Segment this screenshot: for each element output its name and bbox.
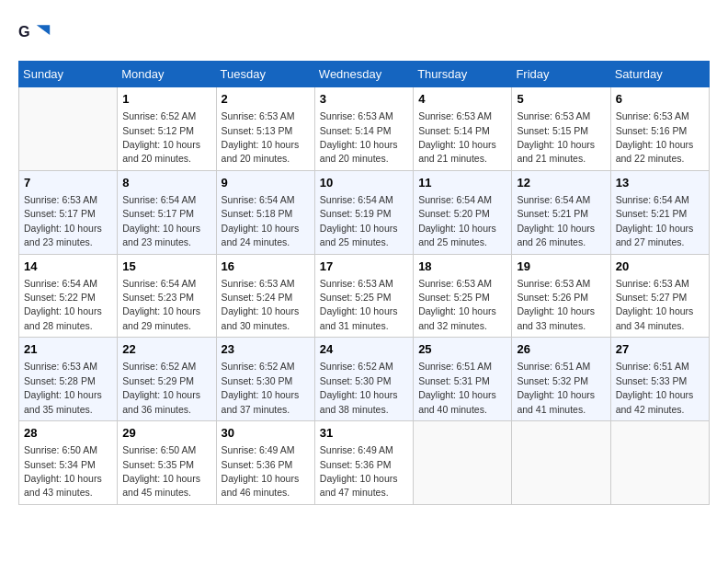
calendar-table: SundayMondayTuesdayWednesdayThursdayFrid… <box>18 61 710 505</box>
calendar-cell: 17 Sunrise: 6:53 AMSunset: 5:25 PMDaylig… <box>314 254 413 338</box>
sunrise-info: Sunrise: 6:52 AMSunset: 5:12 PMDaylight:… <box>122 110 200 164</box>
weekday-header-monday: Monday <box>118 62 216 87</box>
day-number: 2 <box>222 91 310 108</box>
day-number: 9 <box>222 175 310 191</box>
calendar-cell: 8 Sunrise: 6:54 AMSunset: 5:17 PMDayligh… <box>118 170 216 254</box>
sunrise-info: Sunrise: 6:53 AMSunset: 5:16 PMDaylight:… <box>616 110 694 164</box>
calendar-cell: 11 Sunrise: 6:54 AMSunset: 5:20 PMDaylig… <box>414 170 512 254</box>
weekday-header-row: SundayMondayTuesdayWednesdayThursdayFrid… <box>19 62 710 87</box>
calendar-cell: 9 Sunrise: 6:54 AMSunset: 5:18 PMDayligh… <box>216 170 314 254</box>
calendar-cell: 22 Sunrise: 6:52 AMSunset: 5:29 PMDaylig… <box>118 338 216 421</box>
calendar-cell: 1 Sunrise: 6:52 AMSunset: 5:12 PMDayligh… <box>118 87 216 171</box>
svg-marker-1 <box>37 25 50 35</box>
sunrise-info: Sunrise: 6:53 AMSunset: 5:24 PMDaylight:… <box>222 278 300 331</box>
day-number: 5 <box>517 91 605 108</box>
day-number: 10 <box>320 175 408 191</box>
calendar-week-row: 28 Sunrise: 6:50 AMSunset: 5:34 PMDaylig… <box>19 421 710 505</box>
sunrise-info: Sunrise: 6:52 AMSunset: 5:30 PMDaylight:… <box>222 361 300 414</box>
sunrise-info: Sunrise: 6:52 AMSunset: 5:30 PMDaylight:… <box>320 361 398 414</box>
day-number: 20 <box>616 259 704 275</box>
sunrise-info: Sunrise: 6:49 AMSunset: 5:36 PMDaylight:… <box>222 444 300 498</box>
sunrise-info: Sunrise: 6:53 AMSunset: 5:27 PMDaylight:… <box>616 278 694 331</box>
calendar-cell <box>414 421 512 505</box>
calendar-cell: 15 Sunrise: 6:54 AMSunset: 5:23 PMDaylig… <box>118 254 216 338</box>
day-number: 4 <box>418 91 506 108</box>
calendar-cell: 12 Sunrise: 6:54 AMSunset: 5:21 PMDaylig… <box>512 170 610 254</box>
sunrise-info: Sunrise: 6:51 AMSunset: 5:31 PMDaylight:… <box>418 361 496 414</box>
calendar-cell: 28 Sunrise: 6:50 AMSunset: 5:34 PMDaylig… <box>19 421 118 505</box>
calendar-cell: 26 Sunrise: 6:51 AMSunset: 5:32 PMDaylig… <box>512 338 610 421</box>
day-number: 17 <box>320 259 408 275</box>
logo: G <box>18 18 55 52</box>
calendar-cell: 19 Sunrise: 6:53 AMSunset: 5:26 PMDaylig… <box>512 254 610 338</box>
calendar-cell: 10 Sunrise: 6:54 AMSunset: 5:19 PMDaylig… <box>314 170 413 254</box>
sunrise-info: Sunrise: 6:52 AMSunset: 5:29 PMDaylight:… <box>122 361 200 414</box>
calendar-cell: 30 Sunrise: 6:49 AMSunset: 5:36 PMDaylig… <box>216 421 314 505</box>
day-number: 14 <box>24 259 112 275</box>
calendar-cell: 5 Sunrise: 6:53 AMSunset: 5:15 PMDayligh… <box>512 87 610 171</box>
sunrise-info: Sunrise: 6:54 AMSunset: 5:23 PMDaylight:… <box>122 278 200 331</box>
weekday-header-friday: Friday <box>512 62 610 87</box>
sunrise-info: Sunrise: 6:51 AMSunset: 5:33 PMDaylight:… <box>616 361 694 414</box>
day-number: 12 <box>517 175 605 191</box>
weekday-header-thursday: Thursday <box>414 62 512 87</box>
calendar-cell: 24 Sunrise: 6:52 AMSunset: 5:30 PMDaylig… <box>314 338 413 421</box>
sunrise-info: Sunrise: 6:54 AMSunset: 5:20 PMDaylight:… <box>418 194 496 247</box>
page-header: G <box>18 18 710 52</box>
calendar-week-row: 21 Sunrise: 6:53 AMSunset: 5:28 PMDaylig… <box>19 338 710 421</box>
calendar-cell: 21 Sunrise: 6:53 AMSunset: 5:28 PMDaylig… <box>19 338 118 421</box>
sunrise-info: Sunrise: 6:53 AMSunset: 5:14 PMDaylight:… <box>320 110 398 164</box>
sunrise-info: Sunrise: 6:54 AMSunset: 5:22 PMDaylight:… <box>24 278 102 331</box>
sunrise-info: Sunrise: 6:53 AMSunset: 5:13 PMDaylight:… <box>222 110 300 164</box>
calendar-cell <box>610 421 709 505</box>
calendar-cell <box>19 87 118 171</box>
day-number: 21 <box>24 341 112 358</box>
day-number: 6 <box>616 91 704 108</box>
sunrise-info: Sunrise: 6:53 AMSunset: 5:25 PMDaylight:… <box>320 278 398 331</box>
day-number: 30 <box>222 425 310 442</box>
day-number: 7 <box>24 175 112 191</box>
calendar-cell: 25 Sunrise: 6:51 AMSunset: 5:31 PMDaylig… <box>414 338 512 421</box>
sunrise-info: Sunrise: 6:50 AMSunset: 5:35 PMDaylight:… <box>122 444 200 498</box>
calendar-cell: 7 Sunrise: 6:53 AMSunset: 5:17 PMDayligh… <box>19 170 118 254</box>
sunrise-info: Sunrise: 6:53 AMSunset: 5:26 PMDaylight:… <box>517 278 595 331</box>
day-number: 25 <box>418 341 506 358</box>
sunrise-info: Sunrise: 6:53 AMSunset: 5:15 PMDaylight:… <box>517 110 595 164</box>
sunrise-info: Sunrise: 6:54 AMSunset: 5:21 PMDaylight:… <box>517 194 595 247</box>
calendar-cell: 23 Sunrise: 6:52 AMSunset: 5:30 PMDaylig… <box>216 338 314 421</box>
calendar-cell: 29 Sunrise: 6:50 AMSunset: 5:35 PMDaylig… <box>118 421 216 505</box>
sunrise-info: Sunrise: 6:51 AMSunset: 5:32 PMDaylight:… <box>517 361 595 414</box>
sunrise-info: Sunrise: 6:54 AMSunset: 5:17 PMDaylight:… <box>122 194 200 247</box>
calendar-cell <box>512 421 610 505</box>
weekday-header-saturday: Saturday <box>610 62 709 87</box>
day-number: 27 <box>616 341 704 358</box>
calendar-cell: 20 Sunrise: 6:53 AMSunset: 5:27 PMDaylig… <box>610 254 709 338</box>
sunrise-info: Sunrise: 6:54 AMSunset: 5:19 PMDaylight:… <box>320 194 398 247</box>
day-number: 24 <box>320 341 408 358</box>
calendar-cell: 4 Sunrise: 6:53 AMSunset: 5:14 PMDayligh… <box>414 87 512 171</box>
day-number: 11 <box>418 175 506 191</box>
sunrise-info: Sunrise: 6:53 AMSunset: 5:25 PMDaylight:… <box>418 278 496 331</box>
weekday-header-sunday: Sunday <box>19 62 118 87</box>
logo-icon: G <box>18 18 51 52</box>
day-number: 23 <box>222 341 310 358</box>
calendar-cell: 16 Sunrise: 6:53 AMSunset: 5:24 PMDaylig… <box>216 254 314 338</box>
sunrise-info: Sunrise: 6:53 AMSunset: 5:28 PMDaylight:… <box>24 361 102 414</box>
calendar-week-row: 14 Sunrise: 6:54 AMSunset: 5:22 PMDaylig… <box>19 254 710 338</box>
calendar-cell: 27 Sunrise: 6:51 AMSunset: 5:33 PMDaylig… <box>610 338 709 421</box>
day-number: 28 <box>24 425 112 442</box>
calendar-week-row: 7 Sunrise: 6:53 AMSunset: 5:17 PMDayligh… <box>19 170 710 254</box>
weekday-header-wednesday: Wednesday <box>314 62 413 87</box>
calendar-week-row: 1 Sunrise: 6:52 AMSunset: 5:12 PMDayligh… <box>19 87 710 171</box>
calendar-cell: 3 Sunrise: 6:53 AMSunset: 5:14 PMDayligh… <box>314 87 413 171</box>
calendar-cell: 6 Sunrise: 6:53 AMSunset: 5:16 PMDayligh… <box>610 87 709 171</box>
day-number: 19 <box>517 259 605 275</box>
day-number: 16 <box>222 259 310 275</box>
day-number: 26 <box>517 341 605 358</box>
weekday-header-tuesday: Tuesday <box>216 62 314 87</box>
sunrise-info: Sunrise: 6:53 AMSunset: 5:17 PMDaylight:… <box>24 194 102 247</box>
calendar-cell: 14 Sunrise: 6:54 AMSunset: 5:22 PMDaylig… <box>19 254 118 338</box>
day-number: 31 <box>320 425 408 442</box>
day-number: 22 <box>122 341 210 358</box>
day-number: 1 <box>122 91 210 108</box>
